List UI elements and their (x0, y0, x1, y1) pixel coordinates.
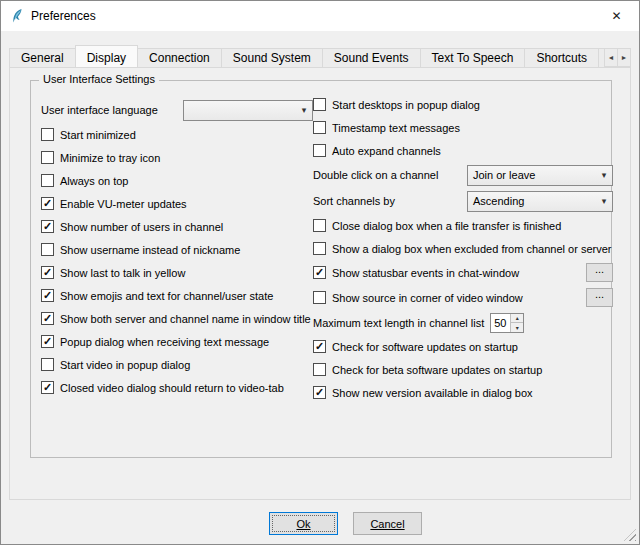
excluded-dialog-row[interactable]: ✓ Show a dialog box when excluded from c… (313, 237, 613, 260)
double-click-label: Double click on a channel (313, 169, 438, 181)
statusbar-events-more-button[interactable]: ... (586, 263, 613, 282)
spinner-value[interactable]: 50 (491, 314, 510, 332)
vu-meter-row[interactable]: ✓ Enable VU-meter updates (41, 192, 313, 215)
checkbox[interactable]: ✓ (313, 340, 326, 353)
checkbox[interactable]: ✓ (41, 335, 54, 348)
spin-down-icon[interactable]: ▾ (511, 322, 523, 332)
checkbox-label: Start minimized (60, 129, 136, 141)
check-icon: ✓ (43, 267, 52, 278)
checkbox-label: Always on top (60, 175, 128, 187)
checkbox[interactable]: ✓ (313, 266, 326, 279)
close-button[interactable]: ✕ (594, 1, 639, 31)
left-column: User interface language ▾ ✓ Start minimi… (41, 97, 313, 399)
checkbox-label: Close dialog box when a file transfer is… (332, 220, 561, 232)
checkbox[interactable]: ✓ (313, 363, 326, 376)
tab-bar: General Display Connection Sound System … (9, 45, 631, 67)
checkbox[interactable]: ✓ (41, 197, 54, 210)
resize-grip[interactable] (624, 529, 636, 541)
checkbox-label: Check for beta software updates on start… (332, 364, 542, 376)
chevron-down-icon: ▾ (596, 170, 612, 180)
emojis-row[interactable]: ✓ Show emojis and text for channel/user … (41, 284, 313, 307)
checkbox[interactable]: ✓ (41, 289, 54, 302)
window-title-row[interactable]: ✓ Show both server and channel name in w… (41, 307, 313, 330)
tab-connection[interactable]: Connection (137, 48, 222, 67)
checkbox[interactable]: ✓ (41, 312, 54, 325)
language-combo[interactable]: ▾ (183, 100, 313, 121)
checkbox-label: Enable VU-meter updates (60, 198, 187, 210)
check-icon: ✓ (43, 290, 52, 301)
sort-channels-combo[interactable]: Ascending ▾ (467, 191, 613, 212)
checkbox-label: Show number of users in channel (60, 221, 223, 233)
checkbox-label: Popup dialog when receiving text message (60, 336, 269, 348)
checkbox-label: Show last to talk in yellow (60, 267, 185, 279)
video-return-tab-row[interactable]: ✓ Closed video dialog should return to v… (41, 376, 313, 399)
spin-up-icon[interactable]: ▴ (511, 314, 523, 323)
video-source-corner-row: ✓ Show source in corner of video window … (313, 285, 613, 310)
check-icon: ✓ (315, 387, 324, 398)
tab-scroll-right-icon[interactable]: ► (617, 48, 631, 67)
tabs-strip: General Display Connection Sound System … (9, 45, 604, 67)
check-updates-row[interactable]: ✓ Check for software updates on startup (313, 335, 613, 358)
last-to-talk-row[interactable]: ✓ Show last to talk in yellow (41, 261, 313, 284)
tab-shortcuts[interactable]: Shortcuts (524, 48, 599, 67)
max-text-length-spinner[interactable]: 50 ▴ ▾ (490, 313, 524, 333)
checkbox[interactable]: ✓ (41, 151, 54, 164)
checkbox[interactable]: ✓ (313, 144, 326, 157)
check-icon: ✓ (43, 313, 52, 324)
checkbox[interactable]: ✓ (41, 243, 54, 256)
checkbox[interactable]: ✓ (313, 291, 326, 304)
always-on-top-row[interactable]: ✓ Always on top (41, 169, 313, 192)
checkbox-label: Show emojis and text for channel/user st… (60, 290, 273, 302)
statusbar-events-row: ✓ Show statusbar events in chat-window .… (313, 260, 613, 285)
tab-scroll-left-icon[interactable]: ◄ (604, 48, 618, 67)
double-click-combo[interactable]: Join or leave ▾ (467, 165, 613, 186)
max-text-length-label: Maximum text length in channel list (313, 317, 484, 329)
spinner-arrows: ▴ ▾ (510, 314, 523, 332)
checkbox[interactable]: ✓ (313, 98, 326, 111)
tab-text-to-speech[interactable]: Text To Speech (420, 48, 526, 67)
new-version-dialog-row[interactable]: ✓ Show new version available in dialog b… (313, 381, 613, 404)
timestamp-row[interactable]: ✓ Timestamp text messages (313, 116, 613, 139)
tab-general[interactable]: General (9, 48, 76, 67)
checkbox[interactable]: ✓ (313, 386, 326, 399)
checkbox[interactable]: ✓ (313, 242, 326, 255)
tab-display[interactable]: Display (75, 45, 138, 67)
tab-sound-system[interactable]: Sound System (221, 48, 323, 67)
titlebar[interactable]: Preferences ✕ (1, 1, 639, 31)
checkbox[interactable]: ✓ (313, 121, 326, 134)
checkbox[interactable]: ✓ (41, 266, 54, 279)
checkbox-label: Start video in popup dialog (60, 359, 190, 371)
checkbox[interactable]: ✓ (41, 358, 54, 371)
file-transfer-close-row[interactable]: ✓ Close dialog box when a file transfer … (313, 214, 613, 237)
popup-text-message-row[interactable]: ✓ Popup dialog when receiving text messa… (41, 330, 313, 353)
ok-button[interactable]: Ok (269, 512, 338, 535)
check-icon: ✓ (43, 198, 52, 209)
cancel-button[interactable]: Cancel (353, 512, 422, 535)
tab-sound-events[interactable]: Sound Events (322, 48, 421, 67)
sort-channels-label: Sort channels by (313, 195, 395, 207)
check-icon: ✓ (43, 336, 52, 347)
start-minimized-row[interactable]: ✓ Start minimized (41, 123, 313, 146)
checkbox[interactable]: ✓ (41, 381, 54, 394)
double-click-combo-value: Join or leave (473, 169, 535, 181)
chevron-down-icon: ▾ (296, 105, 312, 115)
checkbox[interactable]: ✓ (313, 219, 326, 232)
minimize-to-tray-row[interactable]: ✓ Minimize to tray icon (41, 146, 313, 169)
checkbox[interactable]: ✓ (41, 174, 54, 187)
max-text-length-row: Maximum text length in channel list 50 ▴… (313, 310, 613, 335)
user-interface-settings-group: User Interface Settings User interface l… (30, 80, 612, 458)
check-beta-updates-row[interactable]: ✓ Check for beta software updates on sta… (313, 358, 613, 381)
language-label: User interface language (41, 104, 158, 116)
checkbox-label: Show username instead of nickname (60, 244, 240, 256)
checkbox-label: Show a dialog box when excluded from cha… (332, 243, 611, 255)
desktops-popup-row[interactable]: ✓ Start desktops in popup dialog (313, 93, 613, 116)
checkbox-label: Auto expand channels (332, 145, 441, 157)
double-click-row: Double click on a channel Join or leave … (313, 162, 613, 188)
checkbox[interactable]: ✓ (41, 128, 54, 141)
video-source-more-button[interactable]: ... (586, 288, 613, 307)
show-user-count-row[interactable]: ✓ Show number of users in channel (41, 215, 313, 238)
checkbox[interactable]: ✓ (41, 220, 54, 233)
video-popup-row[interactable]: ✓ Start video in popup dialog (41, 353, 313, 376)
show-username-row[interactable]: ✓ Show username instead of nickname (41, 238, 313, 261)
auto-expand-row[interactable]: ✓ Auto expand channels (313, 139, 613, 162)
